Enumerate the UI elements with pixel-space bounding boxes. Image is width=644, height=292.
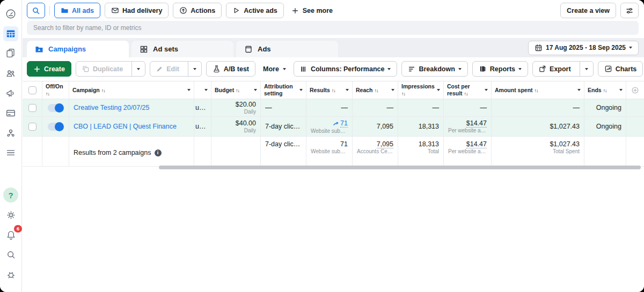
- ab-test-button[interactable]: A/B test: [206, 61, 255, 77]
- campaign-toggle-on[interactable]: [48, 104, 63, 112]
- header-reach[interactable]: Reach ↑↓: [353, 81, 398, 99]
- duplicate-menu-button[interactable]: [131, 62, 145, 76]
- sort-icon: ↑↓: [374, 88, 378, 93]
- create-button[interactable]: Create: [27, 61, 71, 77]
- pages-icon[interactable]: [3, 46, 18, 61]
- report-bug-icon[interactable]: [3, 267, 18, 282]
- reports-icon: [479, 65, 487, 73]
- column-menu-icon[interactable]: [299, 89, 303, 91]
- sort-icon: ↑↓: [464, 91, 468, 96]
- column-menu-icon[interactable]: [187, 89, 191, 91]
- bid-strategy-clipped-cell: ume: [194, 117, 211, 137]
- header-results[interactable]: Results ↑↓: [306, 81, 353, 99]
- tab-ad-sets[interactable]: Ad sets: [131, 41, 233, 57]
- notifications-bell-icon[interactable]: 6: [3, 227, 18, 242]
- tab-campaigns[interactable]: Campaigns: [27, 41, 129, 57]
- header-campaign[interactable]: Campaign ↑↓: [69, 81, 194, 99]
- filter-active-ads[interactable]: Active ads: [226, 3, 284, 18]
- ab-test-flask-icon: [213, 65, 221, 73]
- header-ends[interactable]: Ends ↑↓: [584, 81, 626, 99]
- summary-empty-cell: [42, 137, 69, 167]
- filter-actions[interactable]: Actions: [173, 3, 222, 18]
- campaign-toggle-on[interactable]: [48, 123, 63, 131]
- header-bid-strategy-clipped[interactable]: [194, 81, 211, 99]
- info-icon[interactable]: i: [155, 149, 162, 156]
- table-row[interactable]: Creative Testing 20/07/25 ume $20.00Dail…: [23, 99, 644, 117]
- ends-cell: Ongoing: [584, 117, 626, 137]
- columns-icon: [300, 65, 308, 73]
- create-a-view-button[interactable]: Create a view: [560, 3, 616, 18]
- results-value[interactable]: 71: [333, 119, 348, 128]
- edit-menu-button[interactable]: [188, 62, 201, 76]
- row-checkbox[interactable]: [28, 123, 36, 131]
- sort-icon: ↑↓: [535, 88, 538, 93]
- account-gauge-icon[interactable]: [3, 6, 18, 21]
- edit-button[interactable]: Edit: [150, 62, 185, 76]
- header-budget[interactable]: Budget ↑↓: [211, 81, 261, 99]
- header-impressions[interactable]: Impressions ↑↓: [398, 81, 444, 99]
- see-more-button[interactable]: See more: [288, 3, 336, 18]
- help-icon[interactable]: ?: [3, 188, 18, 203]
- summary-empty-cell: [194, 137, 211, 167]
- more-button[interactable]: More: [260, 61, 289, 77]
- audiences-icon[interactable]: [3, 66, 18, 81]
- table-row[interactable]: CBO | LEAD GEN | Quest Finance ume $40.0…: [23, 117, 644, 137]
- filter-had-delivery[interactable]: Had delivery: [105, 3, 169, 18]
- summary-label-cell: Results from 2 campaigns i: [69, 137, 194, 167]
- header-attribution[interactable]: Attribution setting: [261, 81, 306, 99]
- filter-search-input[interactable]: [33, 24, 632, 32]
- edit-label: Edit: [166, 65, 179, 73]
- filter-search-bar[interactable]: [27, 21, 639, 35]
- view-settings-button[interactable]: [620, 3, 639, 18]
- column-menu-icon[interactable]: [619, 89, 623, 91]
- campaign-link[interactable]: CBO | LEAD GEN | Quest Finance: [74, 123, 189, 130]
- all-tools-menu-icon[interactable]: [3, 145, 18, 160]
- summary-amount-spent-cell: $1,027.43Total Spent: [492, 137, 584, 167]
- summary-empty-cell: [626, 137, 644, 167]
- breakdown-icon: [408, 65, 415, 73]
- export-button[interactable]: Export: [533, 62, 576, 76]
- search-button[interactable]: [27, 3, 45, 18]
- add-column-icon[interactable]: [631, 86, 639, 94]
- charts-button[interactable]: Charts: [598, 61, 643, 77]
- campaigns-folder-icon: [35, 45, 43, 54]
- summary-label: Results from 2 campaigns: [74, 149, 151, 156]
- column-menu-icon[interactable]: [204, 89, 208, 91]
- column-menu-icon[interactable]: [254, 89, 257, 91]
- breakdown-button[interactable]: Breakdown: [401, 61, 467, 77]
- column-menu-icon[interactable]: [391, 89, 394, 91]
- header-amount-spent[interactable]: Amount spent ↑↓: [492, 81, 584, 99]
- sidebar-search-icon[interactable]: [3, 247, 18, 262]
- filter-all-ads[interactable]: All ads: [54, 3, 100, 18]
- column-menu-icon[interactable]: [485, 89, 488, 91]
- column-menu-icon[interactable]: [577, 89, 581, 91]
- duplicate-button[interactable]: Duplicate: [76, 62, 128, 76]
- caret-down-icon: [585, 68, 588, 70]
- billing-card-icon[interactable]: [3, 106, 18, 121]
- campaign-link[interactable]: Creative Testing 20/07/25: [74, 104, 189, 111]
- campaign-name-cell: CBO | LEAD GEN | Quest Finance: [69, 117, 194, 137]
- cost-per-result-cell: —: [444, 99, 492, 117]
- column-menu-icon[interactable]: [437, 89, 440, 91]
- columns-button[interactable]: Columns: Performance: [294, 61, 398, 77]
- filter-label: Active ads: [244, 7, 277, 14]
- advertise-megaphone-icon[interactable]: [3, 86, 18, 101]
- export-split-button: Export: [532, 61, 594, 77]
- row-filler-cell: [626, 117, 644, 137]
- summary-empty-cell: [23, 137, 42, 167]
- horizontal-scrollbar[interactable]: [159, 166, 641, 169]
- header-cost-per-result[interactable]: Cost per result ↑↓: [444, 81, 492, 99]
- date-range-button[interactable]: 17 Aug 2025 - 18 Sep 2025: [528, 41, 639, 55]
- tab-ads[interactable]: Ads: [236, 41, 338, 57]
- header-off-on[interactable]: Off/On ↑↓: [42, 81, 69, 99]
- row-checkbox[interactable]: [28, 104, 36, 112]
- ads-manager-table-icon[interactable]: [3, 26, 18, 41]
- column-menu-icon[interactable]: [346, 89, 349, 91]
- reports-button[interactable]: Reports: [472, 61, 528, 77]
- export-menu-button[interactable]: [580, 62, 593, 76]
- table-header-row: Off/On ↑↓ Campaign ↑↓ Budget ↑↓ Attribut…: [23, 81, 644, 99]
- assets-hub-icon[interactable]: [3, 125, 18, 140]
- select-all-checkbox[interactable]: [28, 86, 36, 94]
- select-all-cell: [23, 81, 42, 99]
- settings-gear-icon[interactable]: [3, 207, 18, 222]
